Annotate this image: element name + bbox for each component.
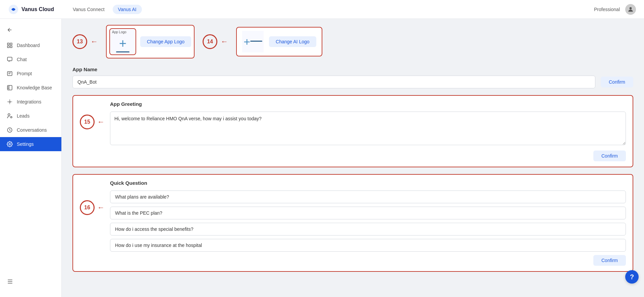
annotation-13: 13	[72, 34, 87, 49]
topnav-avatar[interactable]	[625, 4, 636, 15]
app-name-row: Confirm	[72, 76, 633, 88]
quick-question-input-3[interactable]	[110, 223, 626, 236]
sidebar-item-settings[interactable]: Settings	[0, 137, 61, 151]
arrow-15: ←	[97, 118, 105, 126]
topnav-links: Vanus Connect Vanus AI	[67, 5, 594, 14]
svg-rect-3	[10, 43, 12, 45]
brand-logo[interactable]: Vanus Cloud	[8, 4, 54, 15]
app-greeting-section: 15 ← App Greeting Hi, welcome to Relianc…	[72, 95, 633, 167]
app-logo-preview: App Logo +	[109, 28, 136, 55]
plus-ai-icon: +	[244, 35, 250, 48]
topnav: Vanus Cloud Vanus Connect Vanus AI Profe…	[0, 0, 644, 19]
quick-question-label: Quick Question	[110, 180, 626, 186]
greeting-label: App Greeting	[110, 101, 626, 107]
sidebar-label-prompt: Prompt	[17, 71, 32, 76]
ai-logo-preview: +	[242, 31, 264, 52]
sidebar-item-prompt[interactable]: Prompt	[0, 67, 61, 81]
topnav-vanus-connect[interactable]: Vanus Connect	[67, 5, 110, 14]
topnav-vanus-ai[interactable]: Vanus AI	[113, 5, 142, 14]
app-logo-label: App Logo	[112, 30, 126, 34]
sidebar-label-settings: Settings	[17, 141, 34, 147]
svg-rect-4	[7, 46, 9, 48]
logo-section: 13 ← App Logo + Change App Logo 14 ← + C…	[72, 25, 633, 58]
quick-question-confirm-row: Confirm	[110, 255, 626, 266]
app-name-input[interactable]	[72, 76, 595, 88]
app-name-label: App Name	[72, 67, 633, 72]
sidebar-label-integrations: Integrations	[17, 99, 41, 104]
sidebar-item-chat[interactable]: Chat	[0, 52, 61, 67]
topnav-right: Professional	[594, 4, 636, 15]
sidebar-label-chat: Chat	[17, 57, 27, 62]
topnav-plan: Professional	[594, 7, 620, 12]
quick-question-section: 16 ← Quick Question Confirm	[72, 174, 633, 272]
arrow-13: ←	[91, 37, 98, 46]
arrow-14: ←	[221, 37, 228, 46]
sidebar-item-dashboard[interactable]: Dashboard	[0, 38, 61, 52]
svg-point-1	[630, 7, 632, 9]
greeting-content: App Greeting Hi, welcome to Reliance HMO…	[110, 101, 626, 161]
sidebar-label-knowledge-base: Knowledge Base	[17, 85, 52, 90]
svg-point-10	[8, 114, 10, 116]
plus-app-icon: +	[119, 36, 126, 51]
quick-question-confirm-button[interactable]: Confirm	[593, 255, 626, 266]
ai-logo-dash	[250, 41, 262, 42]
logo-dash	[116, 51, 129, 52]
quick-question-input-1[interactable]	[110, 190, 626, 203]
change-ai-logo-button[interactable]: Change AI Logo	[269, 36, 316, 47]
sidebar-item-knowledge-base[interactable]: Knowledge Base	[0, 81, 61, 95]
annotation-13-group: 13 ←	[72, 34, 98, 49]
sidebar-item-integrations[interactable]: Integrations	[0, 95, 61, 109]
help-button[interactable]: ?	[625, 270, 639, 284]
sidebar: Dashboard Chat Prompt Knowledge Base Int…	[0, 19, 62, 287]
svg-point-13	[9, 143, 11, 145]
annotation-15-group: 15 ←	[80, 115, 105, 129]
svg-rect-6	[7, 57, 12, 61]
annotation-15: 15	[80, 115, 95, 129]
quick-question-input-2[interactable]	[110, 207, 626, 219]
quick-question-input-4[interactable]	[110, 239, 626, 252]
change-app-logo-button[interactable]: Change App Logo	[140, 36, 191, 47]
quick-question-content: Quick Question Confirm	[110, 180, 626, 266]
main-content: General Setting 13 ← App Logo + Change A…	[62, 0, 644, 287]
sidebar-back-button[interactable]	[0, 24, 61, 36]
ai-logo-box: + Change AI Logo	[236, 27, 322, 56]
svg-rect-5	[10, 46, 12, 48]
greeting-confirm-row: Confirm	[110, 151, 626, 161]
svg-point-9	[9, 101, 11, 103]
svg-rect-2	[7, 43, 9, 45]
brand-name: Vanus Cloud	[21, 6, 54, 12]
annotation-16-group: 16 ←	[80, 200, 105, 215]
app-name-section: App Name Confirm	[72, 67, 633, 88]
sidebar-label-conversations: Conversations	[17, 127, 47, 133]
sidebar-item-conversations[interactable]: Conversations	[0, 123, 61, 137]
sidebar-item-leads[interactable]: Leads	[0, 109, 61, 123]
svg-rect-8	[7, 85, 12, 90]
arrow-16: ←	[97, 203, 105, 212]
annotation-14: 14	[203, 34, 217, 49]
sidebar-label-leads: Leads	[17, 113, 30, 119]
app-logo-box: App Logo + Change App Logo	[106, 25, 195, 58]
greeting-confirm-button[interactable]: Confirm	[593, 151, 626, 161]
app-name-confirm-button[interactable]: Confirm	[601, 77, 633, 87]
greeting-textarea[interactable]: Hi, welcome to Reliance HMO QnA verse, h…	[110, 112, 626, 145]
annotation-14-group: 14 ←	[203, 34, 228, 49]
annotation-16: 16	[80, 200, 95, 215]
sidebar-menu-icon[interactable]	[0, 273, 61, 287]
sidebar-label-dashboard: Dashboard	[17, 43, 40, 48]
